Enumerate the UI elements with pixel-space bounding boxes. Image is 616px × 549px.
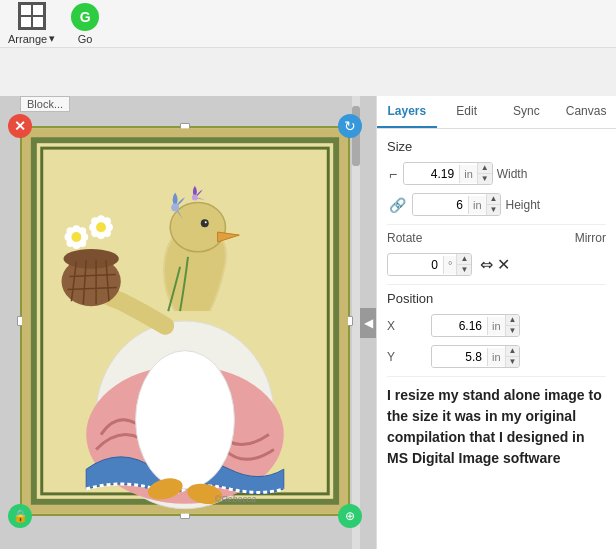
svg-point-36 xyxy=(171,203,179,211)
svg-point-6 xyxy=(170,202,225,251)
rotate-input[interactable] xyxy=(388,255,443,275)
right-panel: Layers Edit Sync Canvas Size ⌐ in xyxy=(376,96,616,549)
svg-point-35 xyxy=(96,222,106,232)
selected-image[interactable]: ✕ ↻ 🔒 ⊕ xyxy=(20,126,350,516)
width-unit: in xyxy=(459,165,477,183)
x-input-group: in ▲ ▼ xyxy=(431,314,520,337)
mirror-label: Mirror xyxy=(575,231,606,245)
rotate-controls-row: ° ▲ ▼ ⇔ ✕ xyxy=(387,253,606,276)
go-label: Go xyxy=(78,33,93,45)
svg-point-7 xyxy=(201,219,209,227)
x-up-arrow[interactable]: ▲ xyxy=(506,315,520,326)
goose-svg: ©Rebecca xyxy=(22,128,348,514)
description-text: I resize my stand alone image to the siz… xyxy=(387,385,606,469)
collapse-panel-arrow[interactable]: ◀ xyxy=(360,308,376,338)
svg-point-26 xyxy=(71,232,81,242)
height-label: Height xyxy=(505,198,540,212)
y-label: Y xyxy=(387,350,427,364)
svg-text:©Rebecca: ©Rebecca xyxy=(215,494,257,504)
tab-sync[interactable]: Sync xyxy=(497,96,557,128)
height-input-group: in ▲ ▼ xyxy=(412,193,501,216)
scrollbar[interactable] xyxy=(352,96,360,549)
arrange-button[interactable]: Arrange ▾ xyxy=(8,2,55,45)
width-row: ⌐ in ▲ ▼ Width xyxy=(387,162,606,185)
y-input-group: in ▲ ▼ xyxy=(431,345,520,368)
collapse-icon: ◀ xyxy=(364,316,373,330)
rotate-up-arrow[interactable]: ▲ xyxy=(457,254,471,265)
rotate-icon: ↻ xyxy=(344,118,356,134)
main-area: Block... ✕ ↻ 🔒 ⊕ xyxy=(0,96,616,549)
tab-edit[interactable]: Edit xyxy=(437,96,497,128)
x-down-arrow[interactable]: ▼ xyxy=(506,326,520,336)
y-up-arrow[interactable]: ▲ xyxy=(506,346,520,357)
position-section-title: Position xyxy=(387,291,606,306)
width-label: Width xyxy=(497,167,528,181)
height-spinners: ▲ ▼ xyxy=(486,194,501,215)
svg-point-37 xyxy=(192,195,198,201)
size-section-title: Size xyxy=(387,139,606,154)
height-down-arrow[interactable]: ▼ xyxy=(487,205,501,215)
mirror-vertical-icon[interactable]: ✕ xyxy=(497,255,510,274)
height-row: 🔗 in ▲ ▼ Height xyxy=(387,193,606,216)
arrange-icon xyxy=(18,2,46,30)
rotate-spinners: ▲ ▼ xyxy=(456,254,471,275)
divider-3 xyxy=(387,376,606,377)
y-row: Y in ▲ ▼ xyxy=(387,345,606,368)
arrange-label: Arrange xyxy=(8,33,47,45)
rotate-handle[interactable]: ↻ xyxy=(338,114,362,138)
rotate-down-arrow[interactable]: ▼ xyxy=(457,265,471,275)
x-label: X xyxy=(387,319,427,333)
rotate-label: Rotate xyxy=(387,231,422,245)
tab-layers[interactable]: Layers xyxy=(377,96,437,128)
go-button[interactable]: G Go xyxy=(71,3,99,45)
mirror-icons: ⇔ ✕ xyxy=(480,255,510,274)
width-spinners: ▲ ▼ xyxy=(477,163,492,184)
block-label: Block... xyxy=(20,96,70,112)
canvas-area[interactable]: Block... ✕ ↻ 🔒 ⊕ xyxy=(0,96,376,549)
svg-point-5 xyxy=(136,351,235,489)
copy-button[interactable]: ⊕ xyxy=(338,504,362,528)
rotate-mirror-section: Rotate Mirror xyxy=(387,231,606,245)
rotate-input-group: ° ▲ ▼ xyxy=(387,253,472,276)
go-icon: G xyxy=(71,3,99,31)
height-input[interactable] xyxy=(413,195,468,215)
tab-canvas[interactable]: Canvas xyxy=(556,96,616,128)
x-input[interactable] xyxy=(432,316,487,336)
lock-button[interactable]: 🔒 xyxy=(8,504,32,528)
toolbar: Arrange ▾ G Go xyxy=(0,0,616,48)
image-inner: ©Rebecca xyxy=(22,128,348,514)
divider-2 xyxy=(387,284,606,285)
y-spinners: ▲ ▼ xyxy=(505,346,520,367)
y-unit: in xyxy=(487,348,505,366)
close-button[interactable]: ✕ xyxy=(8,114,32,138)
rotate-unit: ° xyxy=(443,256,456,274)
copy-icon: ⊕ xyxy=(345,509,355,523)
arrange-dropdown-arrow: ▾ xyxy=(49,32,55,45)
tab-bar: Layers Edit Sync Canvas xyxy=(377,96,616,129)
width-input[interactable] xyxy=(404,164,459,184)
svg-point-8 xyxy=(205,221,207,223)
x-row: X in ▲ ▼ xyxy=(387,314,606,337)
y-down-arrow[interactable]: ▼ xyxy=(506,357,520,367)
y-input[interactable] xyxy=(432,347,487,367)
height-up-arrow[interactable]: ▲ xyxy=(487,194,501,205)
panel-content: Size ⌐ in ▲ ▼ Width 🔗 i xyxy=(377,129,616,549)
x-spinners: ▲ ▼ xyxy=(505,315,520,336)
height-lock-icon[interactable]: 🔗 xyxy=(387,195,408,215)
aspect-lock-icon[interactable]: ⌐ xyxy=(387,164,399,184)
x-unit: in xyxy=(487,317,505,335)
lock-icon: 🔒 xyxy=(13,509,28,523)
width-up-arrow[interactable]: ▲ xyxy=(478,163,492,174)
width-input-group: in ▲ ▼ xyxy=(403,162,492,185)
width-down-arrow[interactable]: ▼ xyxy=(478,174,492,184)
divider-1 xyxy=(387,224,606,225)
svg-point-10 xyxy=(63,249,118,269)
mirror-horizontal-icon[interactable]: ⇔ xyxy=(480,255,493,274)
close-icon: ✕ xyxy=(14,118,26,134)
height-unit: in xyxy=(468,196,486,214)
